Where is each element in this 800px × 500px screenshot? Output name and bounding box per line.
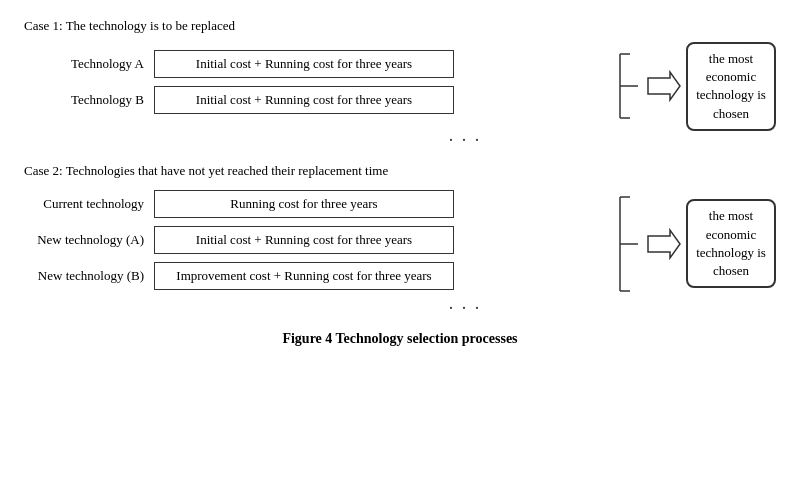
case1-bracket-svg: [616, 46, 646, 126]
case2-new-b-box: Improvement cost + Running cost for thre…: [154, 262, 454, 290]
case1-tech-b-row: Technology B Initial cost + Running cost…: [24, 86, 612, 114]
case2-new-a-box: Initial cost + Running cost for three ye…: [154, 226, 454, 254]
case2-current-row: Current technology Running cost for thre…: [24, 190, 612, 218]
case2-bracket-svg: [616, 189, 646, 299]
svg-marker-4: [648, 72, 680, 100]
case2-rows: Current technology Running cost for thre…: [24, 190, 612, 298]
case1-tech-b-box: Initial cost + Running cost for three ye…: [154, 86, 454, 114]
case1-arrow-svg: [646, 66, 682, 106]
case1-result-box: the most economic technology is chosen: [686, 42, 776, 131]
case1-tech-a-label: Technology A: [24, 56, 154, 72]
case2-arrow-svg: [646, 224, 682, 264]
case1-label: Case 1: The technology is to be replaced: [24, 18, 776, 34]
case2-current-box: Running cost for three years: [154, 190, 454, 218]
case2-section: Case 2: Technologies that have not yet r…: [24, 163, 776, 317]
case2-new-a-label: New technology (A): [24, 232, 154, 248]
diagram-container: Case 1: The technology is to be replaced…: [0, 0, 800, 500]
case1-section: Case 1: The technology is to be replaced…: [24, 18, 776, 149]
case1-tech-a-row: Technology A Initial cost + Running cost…: [24, 50, 612, 78]
svg-marker-9: [648, 230, 680, 258]
case2-current-label: Current technology: [24, 196, 154, 212]
case1-tech-b-label: Technology B: [24, 92, 154, 108]
case2-dots: · · ·: [154, 299, 776, 317]
case1-rows-bracket: Technology A Initial cost + Running cost…: [24, 42, 776, 131]
case1-dots: · · ·: [154, 131, 776, 149]
figure-caption: Figure 4 Technology selection processes: [24, 331, 776, 347]
case1-rows: Technology A Initial cost + Running cost…: [24, 50, 612, 122]
case2-label: Case 2: Technologies that have not yet r…: [24, 163, 776, 179]
case1-bracket-arrow: the most economic technology is chosen: [616, 42, 776, 131]
case2-rows-bracket: Current technology Running cost for thre…: [24, 189, 776, 299]
case1-tech-a-box: Initial cost + Running cost for three ye…: [154, 50, 454, 78]
case2-bracket-arrow: the most economic technology is chosen: [616, 189, 776, 299]
case2-new-b-label: New technology (B): [24, 268, 154, 284]
case2-new-a-row: New technology (A) Initial cost + Runnin…: [24, 226, 612, 254]
case2-result-box: the most economic technology is chosen: [686, 199, 776, 288]
case2-new-b-row: New technology (B) Improvement cost + Ru…: [24, 262, 612, 290]
